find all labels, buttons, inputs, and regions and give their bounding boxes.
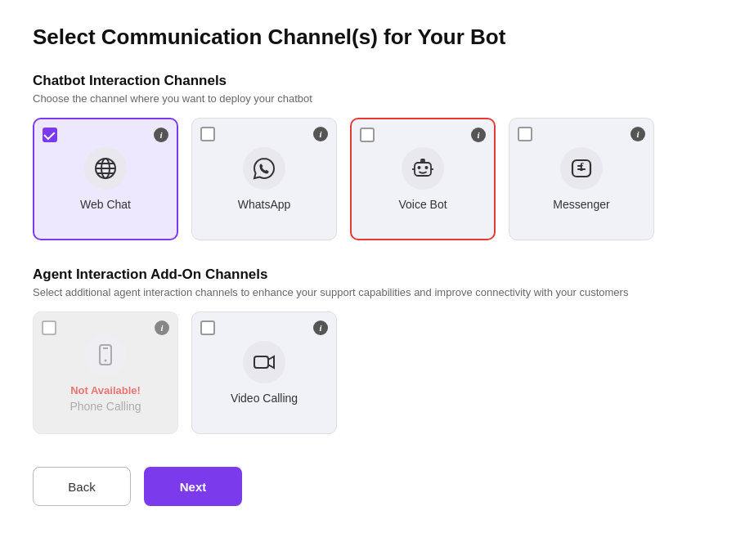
whatsapp-checkbox[interactable] <box>200 127 215 141</box>
next-button[interactable]: Next <box>144 467 242 506</box>
svg-point-7 <box>425 166 429 169</box>
messenger-label: Messenger <box>553 198 609 211</box>
voice-bot-checkbox[interactable] <box>360 128 375 142</box>
buttons-row: Back Next <box>33 467 703 506</box>
web-chat-icon <box>84 147 127 190</box>
whatsapp-label: WhatsApp <box>238 198 291 211</box>
svg-text:f: f <box>580 161 584 173</box>
phone-calling-icon <box>84 334 127 376</box>
video-calling-info-icon[interactable]: i <box>313 320 328 335</box>
channel-card-voice-bot[interactable]: i Voice Bot <box>350 118 496 240</box>
channel-card-messenger[interactable]: i f Messenger <box>509 118 654 240</box>
video-calling-label: Video Calling <box>231 392 298 405</box>
whatsapp-icon <box>243 147 285 190</box>
back-button[interactable]: Back <box>33 467 131 506</box>
video-calling-checkbox[interactable] <box>200 320 215 335</box>
web-chat-info-icon[interactable]: i <box>154 128 168 142</box>
phone-calling-checkbox[interactable] <box>42 320 56 335</box>
whatsapp-info-icon[interactable]: i <box>313 127 328 141</box>
phone-calling-info-icon[interactable]: i <box>155 320 169 335</box>
channel-card-whatsapp[interactable]: i WhatsApp <box>191 118 337 240</box>
chatbot-section-title: Chatbot Interaction Channels <box>33 73 703 89</box>
svg-rect-16 <box>254 356 268 368</box>
messenger-icon: f <box>560 147 603 190</box>
chatbot-section-desc: Choose the channel where you want to dep… <box>33 92 703 105</box>
channel-card-web-chat[interactable]: i Web Chat <box>33 118 178 240</box>
page-title: Select Communication Channel(s) for Your… <box>33 25 703 50</box>
web-chat-label: Web Chat <box>80 198 131 211</box>
addon-section: Agent Interaction Add-On Channels Select… <box>33 267 703 434</box>
chatbot-channels-grid: i Web Chat i Whats <box>33 118 703 240</box>
channel-card-video-calling[interactable]: i Video Calling <box>191 311 337 434</box>
messenger-info-icon[interactable]: i <box>631 127 645 141</box>
phone-calling-label: Phone Calling <box>70 400 141 413</box>
web-chat-checkbox[interactable] <box>43 128 57 142</box>
chatbot-section: Chatbot Interaction Channels Choose the … <box>33 73 703 240</box>
voice-bot-label: Voice Bot <box>398 198 447 211</box>
svg-point-6 <box>418 166 421 169</box>
addon-channels-grid: i Not Available! Phone Calling i V <box>33 311 703 434</box>
video-calling-icon <box>243 341 285 383</box>
channel-card-phone-calling[interactable]: i Not Available! Phone Calling <box>33 311 178 434</box>
voice-bot-info-icon[interactable]: i <box>471 128 486 142</box>
phone-not-available-label: Not Available! <box>70 384 141 396</box>
voice-bot-icon <box>402 147 444 190</box>
addon-section-desc: Select additional agent interaction chan… <box>33 286 703 298</box>
addon-section-title: Agent Interaction Add-On Channels <box>33 267 703 283</box>
messenger-checkbox[interactable] <box>518 127 532 141</box>
svg-point-14 <box>105 359 107 361</box>
